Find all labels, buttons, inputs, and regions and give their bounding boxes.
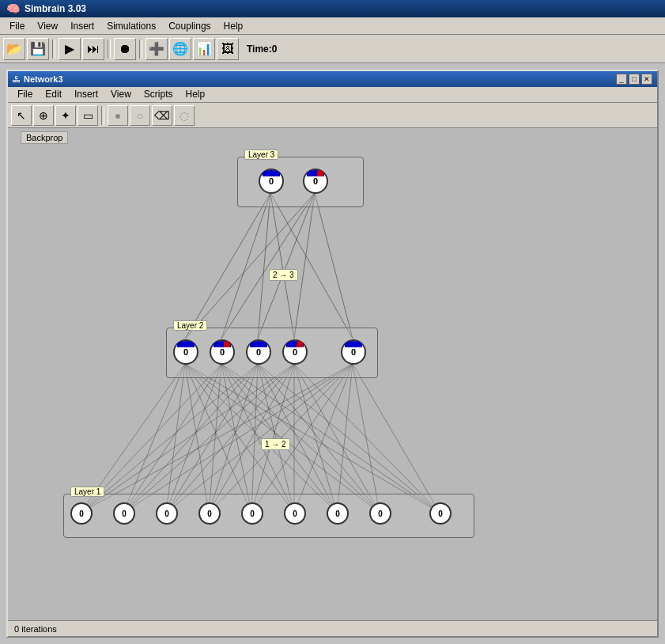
image-button[interactable]: 🖼 <box>217 38 239 60</box>
inner-menu-view[interactable]: View <box>104 88 138 101</box>
svg-line-6 <box>123 364 221 513</box>
svg-line-20 <box>185 364 251 513</box>
svg-line-12 <box>166 364 258 513</box>
world-button[interactable]: 🌐 <box>169 38 191 60</box>
layer1-neuron-4[interactable]: 0 <box>198 502 221 525</box>
layer1-neuron-9[interactable]: 0 <box>429 502 452 525</box>
menu-couplings[interactable]: Couplings <box>162 19 217 33</box>
neuron-arc <box>345 341 362 347</box>
svg-line-16 <box>209 364 221 513</box>
separator-1 <box>52 40 55 59</box>
minimize-button[interactable]: _ <box>616 74 627 85</box>
app-title: Simbrain 3.03 <box>25 3 86 14</box>
save-button[interactable]: 💾 <box>27 38 49 60</box>
svg-line-22 <box>251 364 258 513</box>
layer1-neuron-1[interactable]: 0 <box>70 502 93 525</box>
layer1-neuron-2[interactable]: 0 <box>113 502 135 525</box>
svg-line-50 <box>258 193 315 339</box>
layer2-label: Layer 2 <box>173 320 207 331</box>
layer3-neuron-1[interactable]: 0 <box>259 169 284 194</box>
svg-line-39 <box>353 364 380 513</box>
svg-line-40 <box>185 364 440 513</box>
inner-window-title: Network3 <box>24 74 613 84</box>
svg-line-33 <box>294 364 337 513</box>
svg-line-45 <box>185 193 270 339</box>
menu-insert[interactable]: Insert <box>64 19 100 33</box>
svg-line-10 <box>166 364 185 513</box>
svg-line-47 <box>221 193 270 339</box>
layer1-neuron-6[interactable]: 0 <box>284 502 306 525</box>
add-button[interactable]: ➕ <box>145 38 168 60</box>
run-button[interactable]: ▶ <box>59 38 81 60</box>
wand-tool[interactable]: ✦ <box>55 105 76 126</box>
inner-menu-edit[interactable]: Edit <box>39 88 68 101</box>
main-content: 🖧 Network3 _ □ ✕ File Edit Insert View S… <box>0 63 665 644</box>
svg-line-36 <box>221 364 380 513</box>
inner-menu-file[interactable]: File <box>11 88 39 101</box>
menu-view[interactable]: View <box>31 19 64 33</box>
menu-help[interactable]: Help <box>217 19 250 33</box>
layer2-neuron-2[interactable]: 0 <box>210 339 235 365</box>
svg-line-14 <box>166 364 353 513</box>
layer1-neuron-7[interactable]: 0 <box>327 502 349 525</box>
rect-tool[interactable]: ▭ <box>77 105 98 126</box>
layer1-neuron-3[interactable]: 0 <box>156 502 178 525</box>
svg-line-4 <box>81 364 353 513</box>
separator-3 <box>139 40 142 59</box>
circle-filled-tool[interactable]: ● <box>108 105 128 126</box>
inner-menu-scripts[interactable]: Scripts <box>138 88 179 101</box>
neuron-arc <box>250 341 267 347</box>
maximize-button[interactable]: □ <box>629 74 640 85</box>
open-button[interactable]: 📂 <box>3 38 25 60</box>
layer3-neuron-2[interactable]: 0 <box>303 169 328 194</box>
svg-line-41 <box>221 364 440 513</box>
neuron-top-red <box>317 170 323 176</box>
chart-button[interactable]: 📊 <box>193 38 215 60</box>
layer1-neuron-8[interactable]: 0 <box>369 502 391 525</box>
step-button[interactable]: ⏭ <box>82 38 104 60</box>
layer1-neuron-5[interactable]: 0 <box>241 502 263 525</box>
title-bar: 🧠 Simbrain 3.03 <box>0 0 665 17</box>
conn-label-23: 2 → 3 <box>269 269 298 281</box>
backprop-label: Backprop <box>21 131 68 144</box>
svg-line-9 <box>123 364 353 513</box>
reset-tool[interactable]: ◌ <box>174 105 195 126</box>
inner-sep-1 <box>101 106 104 125</box>
select-tool[interactable]: ↖ <box>11 105 32 126</box>
record-button[interactable]: ⏺ <box>114 38 136 60</box>
inner-window-controls: _ □ ✕ <box>616 74 652 85</box>
layer1-label: Layer 1 <box>70 487 104 497</box>
svg-line-49 <box>258 193 270 339</box>
svg-line-2 <box>81 364 258 513</box>
svg-line-43 <box>294 364 440 513</box>
inner-menu-insert[interactable]: Insert <box>68 88 104 101</box>
app-icon: 🧠 <box>6 2 20 15</box>
circle-empty-tool[interactable]: ○ <box>130 105 150 126</box>
neuron-arc <box>177 341 195 347</box>
eraser-tool[interactable]: ⌫ <box>152 105 172 126</box>
neuron-top-red <box>224 341 230 347</box>
layer2-group: Layer 2 0 0 0 0 <box>166 328 378 378</box>
neuron-top-red <box>297 341 303 347</box>
inner-toolbar: ↖ ⊕ ✦ ▭ ● ○ ⌫ ◌ <box>8 103 657 128</box>
svg-line-54 <box>315 193 353 339</box>
main-menu-bar: File View Insert Simulations Couplings H… <box>0 17 665 35</box>
svg-line-53 <box>270 193 353 339</box>
layer2-neuron-1[interactable]: 0 <box>173 339 198 365</box>
menu-file[interactable]: File <box>3 19 31 33</box>
menu-simulations[interactable]: Simulations <box>100 19 162 33</box>
svg-line-15 <box>185 364 209 513</box>
inner-menu-help[interactable]: Help <box>179 88 212 101</box>
time-display: Time:0 <box>247 44 277 55</box>
layer2-neuron-4[interactable]: 0 <box>282 339 308 365</box>
svg-line-29 <box>294 364 353 513</box>
network-canvas-area[interactable]: Backprop Layer 3 0 0 2 → 3 <box>8 128 657 620</box>
svg-line-5 <box>123 364 185 513</box>
layer2-neuron-3[interactable]: 0 <box>246 339 271 365</box>
close-button[interactable]: ✕ <box>641 74 652 85</box>
svg-line-17 <box>209 364 258 513</box>
zoom-tool[interactable]: ⊕ <box>33 105 54 126</box>
layer2-neuron-5[interactable]: 0 <box>341 339 366 365</box>
iterations-text: 0 iterations <box>14 624 57 634</box>
layer3-group: Layer 3 0 0 <box>237 157 364 207</box>
